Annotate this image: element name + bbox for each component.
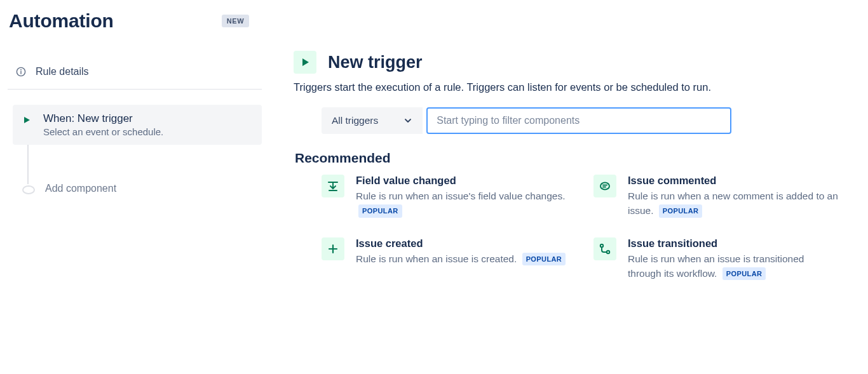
recommended-list: Field value changed Rule is run when an … <box>294 175 840 281</box>
card-desc: Rule is run when an issue is created. PO… <box>356 251 566 266</box>
card-title: Issue transitioned <box>628 237 840 250</box>
add-component-button[interactable]: Add component <box>13 175 262 202</box>
trigger-card-issue-commented[interactable]: Issue commented Rule is run when a new c… <box>593 175 840 218</box>
plus-icon <box>322 237 344 260</box>
comment-icon <box>593 175 616 197</box>
popular-badge: POPULAR <box>722 267 766 281</box>
main-header: New trigger <box>294 51 854 74</box>
main-description: Triggers start the execution of a rule. … <box>294 81 854 93</box>
rule-details-label: Rule details <box>36 66 89 77</box>
play-icon <box>294 51 316 74</box>
transition-icon <box>593 237 616 260</box>
new-badge: NEW <box>222 15 249 27</box>
card-desc: Rule is run when an issue is transitione… <box>628 251 840 281</box>
filter-row: All triggers <box>322 107 854 134</box>
trigger-category-select[interactable]: All triggers <box>322 107 423 134</box>
card-desc: Rule is run when an issue's field value … <box>356 189 568 218</box>
popular-badge: POPULAR <box>522 253 566 266</box>
recommended-heading: Recommended <box>295 150 854 166</box>
add-component-label: Add component <box>45 183 116 194</box>
card-title: Issue created <box>356 237 566 250</box>
circle-icon <box>22 185 35 194</box>
step-new-trigger[interactable]: When: New trigger Select an event or sch… <box>13 105 262 145</box>
card-title: Issue commented <box>628 175 840 187</box>
category-selected-label: All triggers <box>332 115 378 126</box>
page-header: Automation NEW <box>8 6 854 39</box>
svg-point-2 <box>20 69 22 70</box>
page-title: Automation <box>9 10 114 32</box>
main-title: New trigger <box>328 53 423 72</box>
component-filter-input[interactable] <box>426 107 731 134</box>
card-desc: Rule is run when a new comment is added … <box>628 189 840 218</box>
popular-badge: POPULAR <box>659 204 703 218</box>
trigger-card-issue-created[interactable]: Issue created Rule is run when an issue … <box>322 237 568 281</box>
field-change-icon <box>322 175 344 197</box>
trigger-card-field-value-changed[interactable]: Field value changed Rule is run when an … <box>322 175 568 218</box>
play-icon <box>20 114 33 126</box>
popular-badge: POPULAR <box>358 204 402 218</box>
step-title: When: New trigger <box>43 112 163 125</box>
rule-steps: When: New trigger Select an event or sch… <box>8 105 262 202</box>
trigger-card-issue-transitioned[interactable]: Issue transitioned Rule is run when an i… <box>593 237 840 281</box>
step-subtitle: Select an event or schedule. <box>43 126 163 137</box>
rule-sidebar: Rule details When: New trigger Select an… <box>8 39 262 202</box>
info-icon <box>15 66 27 77</box>
card-title: Field value changed <box>356 175 568 187</box>
chevron-down-icon <box>403 116 412 125</box>
main-panel: New trigger Triggers start the execution… <box>294 39 854 281</box>
rule-details-button[interactable]: Rule details <box>8 61 262 90</box>
